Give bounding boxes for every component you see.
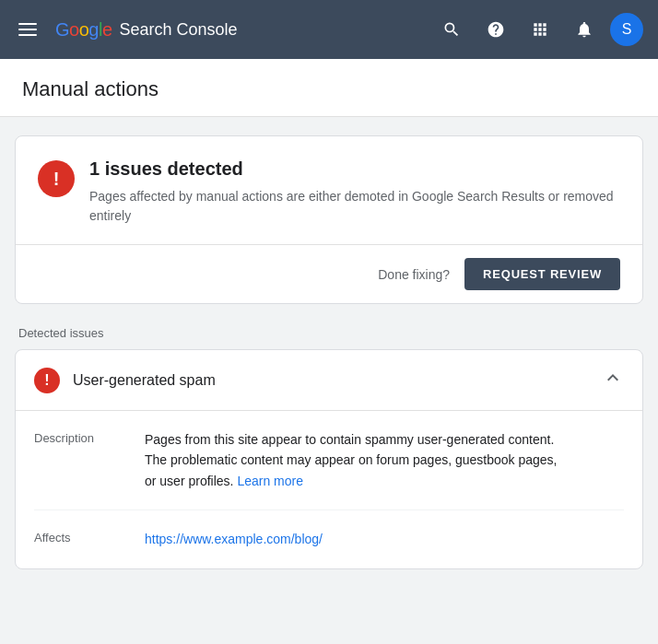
issue-error-icon: ! bbox=[34, 368, 60, 393]
apps-icon-button[interactable] bbox=[522, 11, 558, 48]
request-review-button[interactable]: REQUEST REVIEW bbox=[464, 258, 620, 290]
product-name: Search Console bbox=[120, 20, 238, 40]
issues-summary-card: ! 1 issues detected Pages affected by ma… bbox=[15, 135, 643, 304]
issue-details: Description Pages from this site appear … bbox=[16, 411, 642, 568]
notifications-icon-button[interactable] bbox=[566, 11, 603, 48]
apps-icon bbox=[531, 20, 549, 39]
description-row: Description Pages from this site appear … bbox=[34, 411, 624, 510]
main-content: ! 1 issues detected Pages affected by ma… bbox=[0, 117, 658, 588]
affects-value: https://www.example.com/blog/ bbox=[145, 529, 323, 549]
affects-label: Affects bbox=[34, 529, 126, 549]
chevron-up-icon[interactable] bbox=[602, 367, 624, 393]
issues-action-bar: Done fixing? REQUEST REVIEW bbox=[16, 244, 642, 303]
page-header: Manual actions bbox=[0, 59, 658, 117]
logo: Google Search Console bbox=[55, 19, 418, 41]
issue-header[interactable]: ! User-generated spam bbox=[16, 350, 642, 411]
issues-text: 1 issues detected Pages affected by manu… bbox=[89, 158, 620, 226]
issue-header-left: ! User-generated spam bbox=[34, 368, 216, 393]
done-fixing-label: Done fixing? bbox=[378, 267, 450, 282]
issue-title: User-generated spam bbox=[73, 372, 216, 389]
page-title: Manual actions bbox=[22, 77, 636, 101]
detected-issues-label: Detected issues bbox=[15, 326, 643, 340]
help-icon bbox=[487, 20, 505, 39]
issues-description: Pages affected by manual actions are eit… bbox=[89, 187, 620, 226]
topnav-icons: S bbox=[433, 11, 643, 48]
affects-url-link[interactable]: https://www.example.com/blog/ bbox=[145, 532, 323, 546]
affects-row: Affects https://www.example.com/blog/ bbox=[34, 510, 624, 568]
issue-card: ! User-generated spam Description Pages … bbox=[15, 349, 643, 569]
top-navigation: Google Search Console S bbox=[0, 0, 658, 59]
google-wordmark: Google bbox=[55, 19, 112, 41]
description-text: Pages from this site appear to contain s… bbox=[145, 432, 558, 488]
help-icon-button[interactable] bbox=[477, 11, 514, 48]
error-icon: ! bbox=[38, 160, 75, 197]
menu-icon[interactable] bbox=[15, 19, 41, 40]
avatar[interactable]: S bbox=[610, 13, 643, 46]
issues-summary: ! 1 issues detected Pages affected by ma… bbox=[16, 136, 642, 244]
search-icon-button[interactable] bbox=[433, 11, 470, 48]
description-label: Description bbox=[34, 429, 126, 491]
issues-count-heading: 1 issues detected bbox=[89, 158, 620, 180]
search-icon bbox=[442, 20, 461, 39]
description-value: Pages from this site appear to contain s… bbox=[145, 429, 569, 491]
notifications-icon bbox=[575, 20, 593, 39]
learn-more-link[interactable]: Learn more bbox=[237, 474, 303, 488]
